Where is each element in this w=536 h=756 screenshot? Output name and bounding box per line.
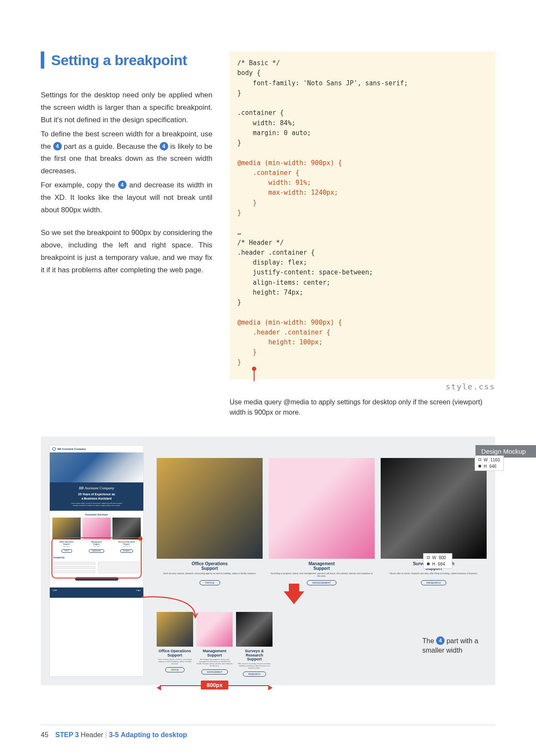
paragraph-1a: Settings for the desktop need only be ap… [41, 89, 212, 127]
footer-divider [41, 725, 495, 725]
down-arrow-icon [284, 591, 304, 604]
mock-cards-narrow: Office Operations SupportSuch as entry, … [157, 612, 273, 677]
footer-topic: Adapting to desktop [121, 731, 187, 738]
mock-tagline: 25 Years of Experience asa Business Assi… [51, 492, 142, 500]
code-caption: Use media query @media to apply settings… [230, 397, 495, 418]
title-text: Setting a breakpoint [51, 52, 187, 69]
badge-4-icon: 4 [436, 636, 445, 645]
mock-inspection: Office Operations SupportSuch as entry, … [157, 445, 487, 677]
mock-hero-image [50, 452, 143, 482]
footer-step-name: Header [81, 731, 103, 738]
dimension-box-mid: W800 H684 [423, 553, 452, 569]
badge-4-icon: 4 [160, 142, 168, 151]
mock-footer: ◯ BB✦ ◉ ◻ [50, 587, 143, 598]
mock-hero-band: BB Assistant Company 25 Years of Experie… [50, 482, 143, 511]
paragraph-1b: To define the best screen width for a br… [41, 128, 212, 178]
code-block: /* Basic */ body { font-family: 'Noto Sa… [230, 51, 495, 380]
mock-contact: Contact Us [50, 553, 143, 584]
badge-4-icon: 4 [53, 142, 62, 151]
mock-full-page: BB Assistant Company BB Assistant Compan… [49, 445, 144, 677]
paragraph-2: So we set the breakpoint to 900px by con… [41, 227, 212, 277]
paragraph-1c: For example, copy the 4 and decrease its… [41, 179, 212, 217]
design-mockup-panel: Design Mockup BB Assistant Company BB As… [41, 437, 495, 685]
badge-4-icon: 4 [118, 181, 127, 189]
mock-header: BB Assistant Company [50, 446, 143, 452]
code-filename: style.css [230, 382, 495, 391]
width-label: 800px [201, 681, 229, 690]
mock-services-label: Assistant Services [50, 511, 143, 518]
title-bar-accent [41, 51, 44, 69]
section-title: Setting a breakpoint [41, 51, 212, 69]
dimension-box-top: W1160 H646 [475, 455, 504, 471]
footer-step: STEP 3 [55, 731, 79, 738]
page-number: 45 [41, 731, 48, 739]
mock-cards-row: Office Operations Supportlorem ipsumOFFI… [50, 518, 143, 553]
annotation-text: The 4 part with a smaller width [422, 636, 491, 655]
page-footer: 45 STEP 3 Header | 3-5 Adapting to deskt… [41, 731, 495, 739]
footer-topic-num: 3-5 [109, 731, 119, 738]
pointer-line-icon [254, 368, 254, 381]
width-indicator: 800px [157, 680, 273, 690]
mock-logo-icon [52, 447, 56, 451]
